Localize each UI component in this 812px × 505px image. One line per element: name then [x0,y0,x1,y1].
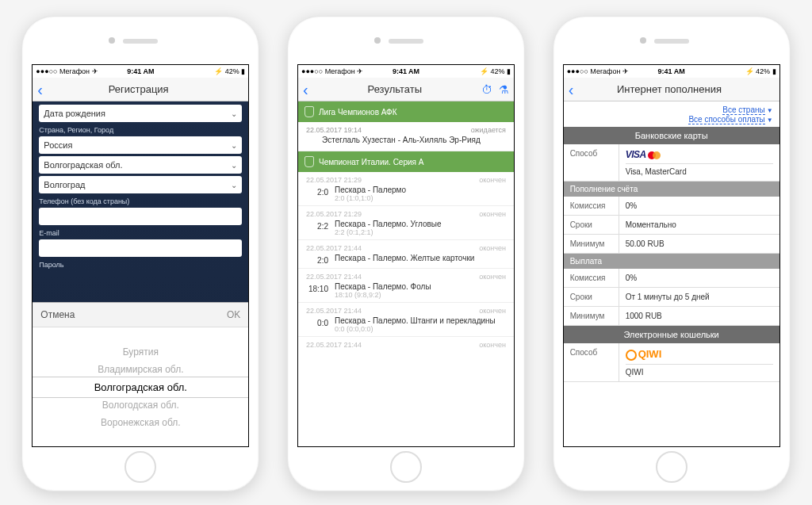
registration-form: Дата рождения ⌄ Страна, Регион, Город Ро… [33,101,248,446]
phone-registration: ●●●○○ Мегафон ✈ 9:41 AM ⚡ 42% ▮ ‹ Регист… [21,16,259,492]
table-row: Способ VISA Visa, MasterCard [564,144,779,182]
match-row[interactable]: 18:10 Пескара - Палермо. Фолы18:10 (9:8,… [298,281,514,303]
screen: ●●●○○ Мегафон ✈ 9:41 AM ⚡ 42% ▮ ‹ Интерн… [563,64,780,447]
match-row[interactable]: 2:0 Пескара - Палермо. Желтые карточки [298,252,514,269]
table-row: СрокиМоментально [564,216,779,235]
region-select[interactable]: Волгоградская обл. ⌄ [39,156,242,174]
picker-option[interactable]: Бурятия [123,343,159,361]
match-meta: 22.05.2017 19:14 ожидается [298,122,514,136]
clock: 9:41 AM [127,67,154,75]
payments-body[interactable]: Все страны▼ Все способы оплаты▼ Банковск… [564,101,779,446]
back-icon[interactable]: ‹ [33,82,48,98]
dob-field[interactable]: Дата рождения ⌄ [39,105,242,122]
league-header[interactable]: Лига Чемпионов АФК [298,101,514,122]
table-row: СрокиОт 1 минуты до 5 дней [564,288,779,307]
back-icon[interactable]: ‹ [298,82,313,98]
ok-button[interactable]: OK [227,309,240,320]
email-input[interactable] [39,239,242,257]
battery: ⚡ 42% ▮ [745,67,776,75]
city-select[interactable]: Волгоград ⌄ [39,176,242,193]
table-row: Комиссия0% [564,197,779,216]
status-bar: ●●●○○ Мегафон ✈ 9:41 AM ⚡ 42% ▮ [564,65,779,78]
carrier: ●●●○○ Мегафон ✈ [36,67,98,75]
visa-logo: VISA [626,149,646,160]
home-button[interactable] [390,451,422,483]
clock: 9:41 AM [393,67,419,75]
battery: ⚡ 42% ▮ [214,67,245,75]
sub-header: Пополнение счёта [564,182,779,197]
home-button[interactable] [656,451,688,483]
table-row: Комиссия0% [564,269,779,288]
match-meta: 22.05.2017 21:29окончен [298,206,514,218]
chevron-down-icon: ⌄ [231,161,237,170]
cancel-button[interactable]: Отмена [40,309,75,320]
email-label: E-mail [39,229,242,237]
match-row[interactable]: Эстеглаль Хузестан - Аль-Хиляль Эр-Рияд [298,136,514,151]
phone-label: Телефон (без кода страны) [39,197,242,205]
chevron-down-icon: ⌄ [231,109,237,118]
battery: ⚡ 42% ▮ [480,67,511,75]
page-title: Результаты [313,83,477,95]
section-header: Электронные кошельки [564,326,779,343]
picker-wheel[interactable]: Бурятия Владимирская обл. Волгоградская … [33,327,248,446]
mastercard-logo [648,151,662,160]
match-row[interactable]: 2:2 Пескара - Палермо. Угловые2:2 (0:1,2… [298,218,514,240]
picker-option-selected[interactable]: Волгоградская обл. [94,378,187,396]
timer-icon[interactable]: ⏱ [481,83,492,96]
filter-icon[interactable]: ⚗ [499,83,509,96]
password-label: Пароль [39,261,242,269]
shield-icon [304,106,314,117]
match-row[interactable]: 2:0 Пескара - Палермо2:0 (1:0,1:0) [298,184,514,206]
table-row: Минимум1000 RUB [564,307,779,326]
nav-bar: ‹ Результаты ⏱ ⚗ [298,78,514,101]
match-meta: 22.05.2017 21:44окончен [298,337,514,349]
league-header[interactable]: Чемпионат Италии. Серия А [298,151,514,172]
method-filter[interactable]: Все способы оплаты [688,115,764,124]
match-meta: 22.05.2017 21:44окончен [298,303,514,315]
status-bar: ●●●○○ Мегафон ✈ 9:41 AM ⚡ 42% ▮ [33,65,248,78]
country-select[interactable]: Россия ⌄ [39,136,242,154]
picker-option[interactable]: Владимирская обл. [98,361,183,378]
nav-bar: ‹ Интернет пополнения [564,78,779,101]
picker-option[interactable]: Вологодская обл. [102,396,179,414]
table-row: Минимум50.00 RUB [564,235,779,254]
chevron-down-icon: ⌄ [231,181,237,189]
match-row[interactable]: 0:0 Пескара - Палермо. Штанги и переклад… [298,315,514,337]
table-row: Способ QIWI QIWI [564,343,779,382]
picker-overlay: Отмена OK Бурятия Владимирская обл. Волг… [33,302,248,446]
screen: ●●●○○ Мегафон ✈ 9:41 AM ⚡ 42% ▮ ‹ Регист… [32,64,249,447]
phone-results: ●●●○○ Мегафон ✈ 9:41 AM ⚡ 42% ▮ ‹ Резуль… [287,16,525,492]
qiwi-logo: QIWI [626,348,773,361]
carrier: ●●●○○ Мегафон ✈ [301,67,363,75]
page-title: Интернет пополнения [578,83,760,95]
match-meta: 22.05.2017 21:44окончен [298,269,514,281]
country-filter[interactable]: Все страны [722,105,764,115]
picker-option[interactable]: Воронежская обл. [101,414,181,431]
status-bar: ●●●○○ Мегафон ✈ 9:41 AM ⚡ 42% ▮ [298,65,514,78]
home-button[interactable] [124,451,156,483]
results-list[interactable]: Лига Чемпионов АФК 22.05.2017 19:14 ожид… [298,101,514,446]
section-header: Банковские карты [564,127,779,144]
chevron-down-icon: ⌄ [231,141,237,150]
page-title: Регистрация [48,83,229,95]
phone-input[interactable] [39,208,242,225]
match-meta: 22.05.2017 21:44окончен [298,240,514,252]
nav-bar: ‹ Регистрация [33,78,248,101]
sub-header: Выплата [564,254,779,269]
back-icon[interactable]: ‹ [564,82,579,98]
location-label: Страна, Регион, Город [39,126,242,134]
match-meta: 22.05.2017 21:29окончен [298,172,514,184]
clock: 9:41 AM [658,67,685,75]
phone-payments: ●●●○○ Мегафон ✈ 9:41 AM ⚡ 42% ▮ ‹ Интерн… [553,16,791,492]
screen: ●●●○○ Мегафон ✈ 9:41 AM ⚡ 42% ▮ ‹ Резуль… [297,64,515,447]
shield-icon [304,156,314,167]
carrier: ●●●○○ Мегафон ✈ [567,67,629,75]
picker-toolbar: Отмена OK [33,303,248,327]
